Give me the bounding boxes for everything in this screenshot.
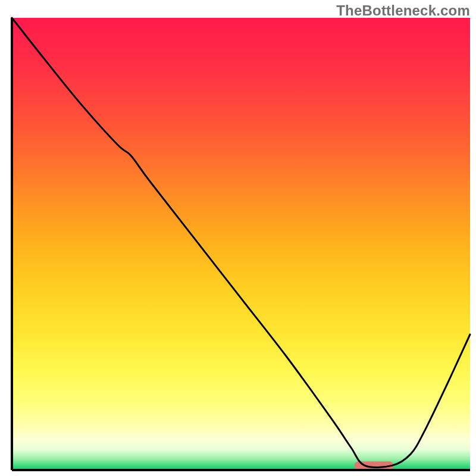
chart-container: TheBottleneck.com — [0, 0, 476, 476]
bottleneck-chart — [0, 0, 476, 476]
gradient-background — [12, 18, 470, 470]
